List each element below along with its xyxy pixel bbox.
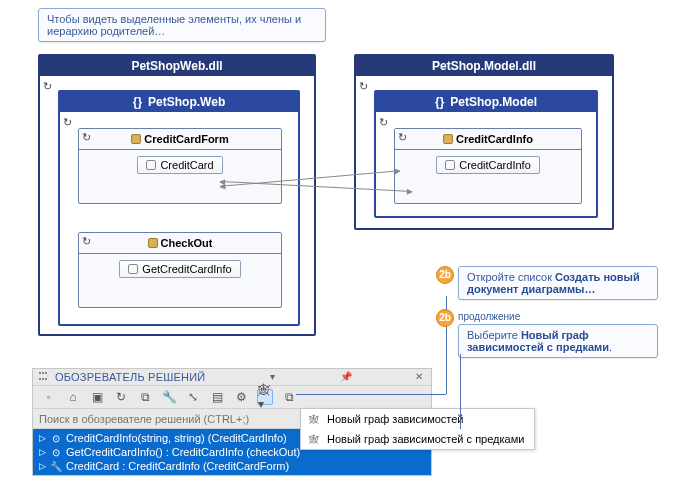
method-icon	[128, 264, 138, 274]
gear-icon[interactable]: ⚙	[233, 389, 249, 405]
class-checkout[interactable]: CheckOut GetCreditCardInfo	[78, 232, 282, 308]
namespace-petshop-web[interactable]: PetShop.Web CreditCardForm CreditCard Ch…	[58, 90, 300, 326]
dropdown-icon[interactable]: ▾	[267, 371, 279, 383]
class-creditcardinfo[interactable]: CreditCardInfo CreditCardInfo	[394, 128, 582, 204]
collapse-icon[interactable]: ⤡	[185, 389, 201, 405]
namespace-title-left: PetShop.Web	[60, 92, 298, 112]
hint-top: Чтобы видеть выделенные элементы, их чле…	[38, 8, 326, 42]
refresh-icon	[379, 116, 391, 128]
close-icon[interactable]: ✕	[413, 371, 425, 383]
grip-icon	[39, 372, 49, 382]
properties-icon[interactable]: ▤	[209, 389, 225, 405]
class-name: CreditCardInfo	[456, 133, 533, 145]
class-icon	[443, 134, 453, 144]
member-creditcardinfo[interactable]: CreditCardInfo	[436, 156, 540, 174]
new-graph-menu: 🕸Новый граф зависимостей 🕸Новый граф зав…	[300, 408, 535, 450]
expand-icon[interactable]: ▷	[39, 433, 46, 443]
expand-icon[interactable]: ▷	[39, 461, 46, 471]
scope-icon[interactable]: ⧉	[137, 389, 153, 405]
class-name: CreditCardForm	[144, 133, 228, 145]
method-icon: ⊙	[50, 446, 62, 458]
copy-icon[interactable]: ⧉	[281, 389, 297, 405]
namespace-title-right: PetShop.Model	[376, 92, 596, 112]
wrench-icon[interactable]: 🔧	[161, 389, 177, 405]
namespace-petshop-model[interactable]: PetShop.Model CreditCardInfo CreditCardI…	[374, 90, 598, 218]
back-icon[interactable]: ◦	[41, 389, 57, 405]
continuation-label: продолжение	[458, 311, 520, 322]
graph-parents-icon: 🕸	[307, 432, 321, 446]
toolbar: ◦ ⌂ ▣ ↻ ⧉ 🔧 ⤡ ▤ ⚙ 🕸▾ ⧉	[33, 386, 431, 409]
pin-icon[interactable]: 📌	[340, 371, 352, 383]
package-petshopmodel[interactable]: PetShop.Model.dll PetShop.Model CreditCa…	[354, 54, 614, 230]
step-bubble-2b-cont: 2b	[436, 309, 454, 327]
hint-create-diagram: Откройте список Создать новый документ д…	[458, 266, 658, 300]
field-icon	[445, 160, 455, 170]
package-title-right: PetShop.Model.dll	[356, 56, 612, 76]
hint-new-graph-ancestors: Выберите Новый граф зависимостей с предк…	[458, 324, 658, 358]
home-icon[interactable]: ⌂	[65, 389, 81, 405]
refresh-icon	[43, 80, 55, 92]
solution-explorer-titlebar[interactable]: ОБОЗРЕВАТЕЛЬ РЕШЕНИЙ ▾ 📌 ✕	[33, 369, 431, 386]
sync-icon[interactable]: ▣	[89, 389, 105, 405]
solution-explorer-title: ОБОЗРЕВАТЕЛЬ РЕШЕНИЙ	[55, 371, 205, 383]
package-petshopweb[interactable]: PetShopWeb.dll PetShop.Web CreditCardFor…	[38, 54, 316, 336]
callout-connector	[460, 354, 461, 429]
callout-connector	[296, 394, 446, 395]
class-icon	[131, 134, 141, 144]
method-icon: ⊙	[50, 432, 62, 444]
class-icon	[148, 238, 158, 248]
property-icon: 🔧	[50, 460, 62, 472]
refresh-icon	[82, 131, 94, 143]
tree-item[interactable]: ▷🔧CreditCard : CreditCardInfo (CreditCar…	[33, 459, 431, 473]
step-bubble-2b: 2b	[436, 266, 454, 284]
refresh-icon	[398, 131, 410, 143]
member-creditcard[interactable]: CreditCard	[137, 156, 222, 174]
class-creditcardform[interactable]: CreditCardForm CreditCard	[78, 128, 282, 204]
field-icon	[146, 160, 156, 170]
new-graph-dropdown[interactable]: 🕸▾	[257, 389, 273, 405]
refresh-icon	[82, 235, 94, 247]
menu-item-new-graph[interactable]: 🕸Новый граф зависимостей	[301, 409, 534, 429]
graph-icon: 🕸	[307, 412, 321, 426]
expand-icon[interactable]: ▷	[39, 447, 46, 457]
class-name: CheckOut	[161, 237, 213, 249]
menu-item-new-graph-ancestors[interactable]: 🕸Новый граф зависимостей с предками	[301, 429, 534, 449]
package-title-left: PetShopWeb.dll	[40, 56, 314, 76]
refresh-icon[interactable]: ↻	[113, 389, 129, 405]
member-getcreditcardinfo[interactable]: GetCreditCardInfo	[119, 260, 240, 278]
refresh-icon	[359, 80, 371, 92]
refresh-icon	[63, 116, 75, 128]
